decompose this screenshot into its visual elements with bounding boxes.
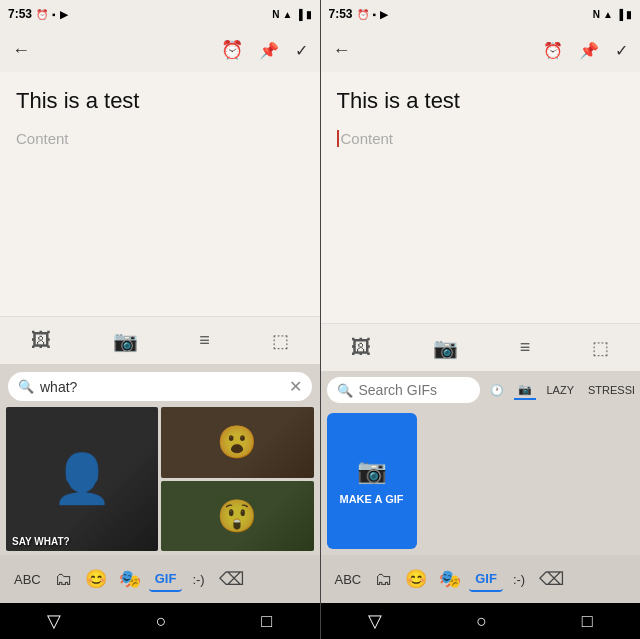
left-list-icon[interactable]: ≡ [199, 330, 210, 351]
right-note-content[interactable]: This is a test Content [321, 72, 641, 323]
left-search-input[interactable] [40, 379, 283, 395]
left-action-bar: ← ⏰ 📌 ✓ [0, 28, 320, 72]
right-action-bar: ← ⏰ 📌 ✓ [321, 28, 641, 72]
left-keyboard-bar: ABC 🗂 😊 🎭 GIF :-) ⌫ [0, 555, 320, 603]
right-kb-gif[interactable]: GIF [469, 567, 503, 592]
right-signal-icon: ▐ [616, 9, 623, 20]
right-time: 7:53 [329, 7, 353, 21]
left-note-content[interactable]: This is a test Content [0, 72, 320, 316]
right-nav-bar: ▽ ○ □ [321, 603, 641, 639]
right-make-gif-area: 📷 MAKE A GIF [321, 407, 641, 555]
right-gif-cat-recent[interactable]: 🕐 [486, 382, 508, 399]
left-wifi-icon: ▲ [283, 9, 293, 20]
left-back-button[interactable]: ← [12, 40, 30, 61]
right-make-gif-icon: 📷 [357, 457, 387, 485]
right-wifi-icon: ▲ [603, 9, 613, 20]
left-time: 7:53 [8, 7, 32, 21]
left-nav-home[interactable]: ○ [156, 611, 167, 632]
right-gif-search-row: 🔍 🕐 📷 LAZY STRESSE [321, 371, 641, 407]
left-kb-emoji[interactable]: 😊 [81, 564, 111, 594]
right-make-gif-button[interactable]: 📷 MAKE A GIF [327, 413, 417, 549]
right-pin-button[interactable]: 📌 [579, 41, 599, 60]
left-check-button[interactable]: ✓ [295, 41, 308, 60]
left-kb-gif-icon[interactable]: 🎭 [115, 564, 145, 594]
right-kb-emoji[interactable]: 😊 [401, 564, 431, 594]
right-play-icon: ▶ [380, 9, 388, 20]
left-kb-sticker[interactable]: 🗂 [51, 565, 77, 594]
right-camera-icon[interactable]: 📷 [433, 336, 458, 360]
right-nav-recent[interactable]: □ [582, 611, 593, 632]
left-gif-grid: 👤 SAY WHAT? 😮 😲 [0, 407, 320, 555]
right-keyboard-area: 🔍 🕐 📷 LAZY STRESSE 📷 MAKE A GIF ABC 🗂 😊 … [321, 371, 641, 603]
right-gif-cat-stressed[interactable]: STRESSE [584, 382, 634, 398]
right-kb-abc[interactable]: ABC [329, 568, 368, 591]
left-kb-delete[interactable]: ⌫ [215, 564, 248, 594]
left-kb-abc[interactable]: ABC [8, 568, 47, 591]
left-camera-icon[interactable]: 📷 [113, 329, 138, 353]
right-check-button[interactable]: ✓ [615, 41, 628, 60]
right-search-wrap[interactable]: 🔍 [327, 377, 481, 403]
right-kb-delete[interactable]: ⌫ [535, 564, 568, 594]
right-nav-home[interactable]: ○ [476, 611, 487, 632]
right-note-body[interactable]: Content [337, 130, 625, 147]
right-make-gif-label: MAKE A GIF [340, 493, 404, 505]
left-alarm-icon: ⏰ [36, 9, 48, 20]
left-kb-smiley[interactable]: :-) [186, 568, 210, 591]
left-nfc-icon: N [272, 9, 279, 20]
left-pin-button[interactable]: 📌 [259, 41, 279, 60]
left-status-bar: 7:53 ⏰ ▪ ▶ N ▲ ▐ ▮ [0, 0, 320, 28]
right-note-title: This is a test [337, 88, 625, 114]
left-nav-back[interactable]: ▽ [47, 610, 61, 632]
right-battery-icon: ▮ [626, 9, 632, 20]
left-image-icon[interactable]: 🖼 [31, 329, 51, 352]
left-gif-label-1: SAY WHAT? [12, 536, 70, 547]
right-gif-cat-camera[interactable]: 📷 [514, 381, 536, 400]
right-phone-panel: 7:53 ⏰ ▪ ▶ N ▲ ▐ ▮ ← ⏰ 📌 ✓ This is a tes… [321, 0, 641, 639]
left-gif-cell-2[interactable]: 😮 [161, 407, 313, 478]
right-kb-sticker[interactable]: 🗂 [371, 565, 397, 594]
left-alarm-button[interactable]: ⏰ [221, 39, 243, 61]
left-gif-face-2: 😮 [161, 407, 313, 478]
left-play-icon: ▶ [60, 9, 68, 20]
left-gif-face-3: 😲 [161, 481, 313, 552]
left-toolbar: 🖼 📷 ≡ ⬚ [0, 316, 320, 364]
left-gif-cell-3[interactable]: 😲 [161, 481, 313, 552]
left-search-icon: 🔍 [18, 379, 34, 394]
left-gif-cell-1[interactable]: 👤 SAY WHAT? [6, 407, 158, 551]
left-kb-gif[interactable]: GIF [149, 567, 183, 592]
left-nav-recent[interactable]: □ [261, 611, 272, 632]
left-battery-icon: ▮ [306, 9, 312, 20]
left-search-wrap[interactable]: 🔍 ✕ [8, 372, 312, 401]
right-nfc-icon: N [593, 9, 600, 20]
left-search-clear[interactable]: ✕ [289, 377, 302, 396]
right-gif-search-input[interactable] [359, 382, 471, 398]
left-note-title: This is a test [16, 88, 304, 114]
left-note-body[interactable]: Content [16, 130, 304, 147]
right-toolbar: 🖼 📷 ≡ ⬚ [321, 323, 641, 371]
left-gif-face-1: 👤 [6, 407, 158, 551]
left-signal-icon: ▐ [295, 9, 302, 20]
right-status-bar: 7:53 ⏰ ▪ ▶ N ▲ ▐ ▮ [321, 0, 641, 28]
right-alarm-button[interactable]: ⏰ [543, 41, 563, 60]
right-select-icon[interactable]: ⬚ [592, 337, 609, 359]
right-back-button[interactable]: ← [333, 40, 351, 61]
right-nav-back[interactable]: ▽ [368, 610, 382, 632]
right-display-icon: ▪ [373, 9, 377, 20]
right-search-icon: 🔍 [337, 383, 353, 398]
left-display-icon: ▪ [52, 9, 56, 20]
right-list-icon[interactable]: ≡ [520, 337, 531, 358]
left-nav-bar: ▽ ○ □ [0, 603, 320, 639]
right-keyboard-bar: ABC 🗂 😊 🎭 GIF :-) ⌫ [321, 555, 641, 603]
left-keyboard-area: 🔍 ✕ 👤 SAY WHAT? 😮 😲 ABC 🗂 [0, 364, 320, 603]
right-image-icon[interactable]: 🖼 [351, 336, 371, 359]
left-phone-panel: 7:53 ⏰ ▪ ▶ N ▲ ▐ ▮ ← ⏰ 📌 ✓ This is a tes… [0, 0, 320, 639]
left-select-icon[interactable]: ⬚ [272, 330, 289, 352]
left-search-row: 🔍 ✕ [0, 364, 320, 407]
right-kb-smiley[interactable]: :-) [507, 568, 531, 591]
right-kb-gif-icon[interactable]: 🎭 [435, 564, 465, 594]
right-gif-categories: 🕐 📷 LAZY STRESSE [486, 381, 634, 400]
right-gif-cat-lazy[interactable]: LAZY [542, 382, 578, 398]
right-alarm-icon: ⏰ [357, 9, 369, 20]
